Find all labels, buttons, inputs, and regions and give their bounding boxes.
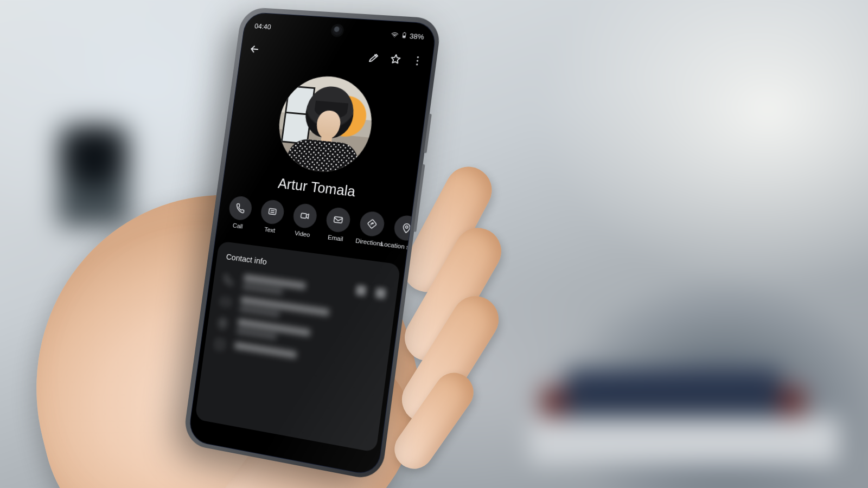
pencil-icon [367,52,381,65]
action-label: Video [294,230,310,239]
email-icon [332,214,344,226]
svg-rect-7 [301,213,307,219]
action-label: Directions [355,237,384,247]
svg-rect-6 [269,208,276,214]
video-icon [299,210,311,222]
svg-rect-1 [403,36,405,38]
action-video[interactable]: Video [288,202,320,239]
directions-icon [366,217,378,230]
action-text[interactable]: Text [256,198,288,235]
svg-point-5 [416,63,418,65]
svg-rect-8 [334,216,342,223]
favorite-button[interactable] [383,48,408,72]
phone-icon [234,202,246,214]
action-location-share[interactable]: Location sharing [389,214,412,251]
action-call[interactable]: Call [224,195,255,230]
svg-point-10 [405,226,408,228]
star-outline-icon [389,53,403,66]
action-label: Call [232,222,243,229]
battery-indicator: 38% [390,30,425,41]
svg-rect-11 [221,298,231,305]
svg-rect-9 [367,219,376,228]
edit-button[interactable] [362,46,386,69]
svg-point-12 [221,321,225,324]
location-icon [400,222,411,234]
battery-text: 38% [409,31,424,41]
svg-rect-2 [404,33,405,33]
svg-point-3 [417,56,419,58]
svg-point-4 [417,60,418,62]
action-email[interactable]: Email [321,206,354,243]
svg-rect-13 [215,340,224,349]
contact-avatar[interactable] [273,73,378,176]
action-label: Text [264,226,276,234]
arrow-back-icon [248,43,261,55]
action-label: Email [328,234,344,242]
more-button[interactable] [405,49,430,73]
battery-icon [400,31,408,40]
back-button[interactable] [243,38,266,61]
clock: 04:40 [254,22,271,31]
contact-info-card: Contact info [195,241,400,452]
action-label: Location sharing [380,240,412,251]
more-vert-icon [411,54,424,67]
wifi-icon [390,30,399,39]
message-icon [266,206,278,218]
